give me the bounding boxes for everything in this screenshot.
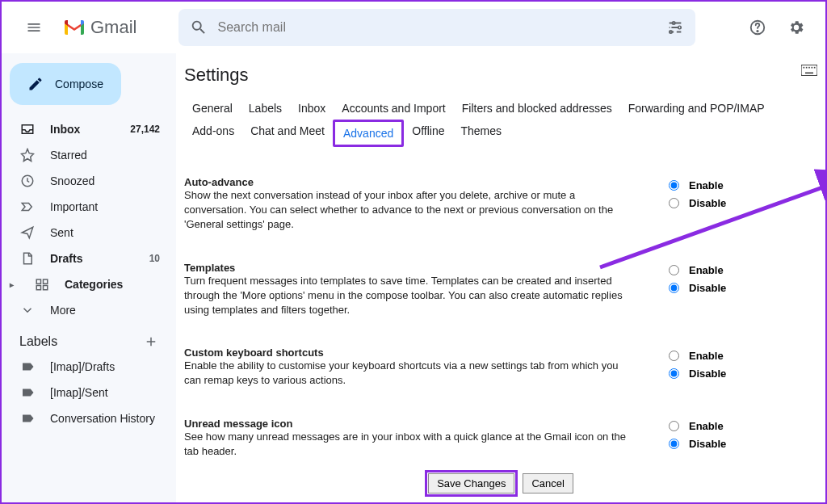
radio-enable[interactable]: Enable [669,346,774,364]
svg-rect-6 [36,279,40,284]
sidebar-item-important[interactable]: Important [2,194,170,220]
inbox-icon [20,122,35,136]
radio-input[interactable] [669,265,679,275]
sidebar-item-starred[interactable]: Starred [2,142,170,168]
sidebar-item-drafts[interactable]: Drafts 10 [2,246,170,271]
setting-desc: Show the next conversation instead of yo… [184,188,636,233]
button-row: Save Changes Cancel [184,467,817,502]
tab-accounts[interactable]: Accounts and Import [334,97,453,120]
label-conversation-history[interactable]: Conversation History [2,405,170,431]
radio-disable[interactable]: Disable [669,194,774,212]
sidebar: Compose Inbox 27,142 Starred Snoozed Imp… [2,53,176,502]
label-icon [20,411,35,426]
setting-desc: Turn frequent messages into templates to… [184,274,636,318]
search-bar[interactable] [178,9,695,46]
compose-button[interactable]: Compose [10,63,121,105]
settings-tabs: General Labels Inbox Accounts and Import… [176,97,825,155]
tab-themes[interactable]: Themes [453,120,510,147]
labels-title: Labels [19,334,57,349]
label-icon [20,359,35,374]
svg-rect-9 [44,286,48,290]
label-text: [Imap]/Sent [50,386,108,399]
sidebar-item-sent[interactable]: Sent [2,220,170,246]
tab-addons[interactable]: Add-ons [184,120,242,147]
tab-offline[interactable]: Offline [404,120,452,147]
radio-input[interactable] [669,180,679,191]
sidebar-item-categories[interactable]: ▸ Categories [2,271,170,297]
radio-enable[interactable]: Enable [669,176,774,194]
nav-label: Drafts [50,252,82,265]
categories-icon [35,277,49,292]
tab-advanced[interactable]: Advanced [333,120,404,147]
radio-input[interactable] [669,351,679,361]
radio-input[interactable] [669,368,679,379]
support-button[interactable] [741,11,774,44]
svg-point-1 [678,26,682,29]
radio-disable[interactable]: Disable [669,279,774,297]
search-icon [190,19,208,36]
label-text: [Imap]/Drafts [50,360,115,373]
svg-rect-11 [804,67,805,69]
setting-desc: See how many unread messages are in your… [184,430,636,459]
settings-button[interactable] [780,11,812,44]
radio-input[interactable] [669,198,679,208]
setting-unread-icon: Unread message icon See how many unread … [184,410,817,467]
tab-forwarding[interactable]: Forwarding and POP/IMAP [620,97,773,120]
svg-rect-13 [808,67,810,69]
tab-general[interactable]: General [184,97,241,120]
important-icon [20,200,35,214]
expand-arrow-icon: ▸ [10,280,19,289]
radio-disable[interactable]: Disable [669,435,774,453]
input-tools-icon[interactable] [801,65,817,76]
header: Gmail [2,2,825,53]
radio-input[interactable] [669,283,679,293]
add-label-icon[interactable] [144,334,158,349]
save-changes-button[interactable]: Save Changes [428,473,514,494]
chevron-down-icon [20,303,35,317]
setting-custom-shortcuts: Custom keyboard shortcuts Enable the abi… [184,338,817,409]
svg-rect-12 [806,67,808,69]
sidebar-item-more[interactable]: More [2,297,170,323]
setting-title: Unread message icon [184,418,636,430]
gmail-logo-icon [63,19,86,36]
nav-label: Important [50,200,98,213]
setting-templates: Templates Turn frequent messages into te… [184,254,817,339]
drafts-icon [20,251,35,266]
radio-enable[interactable]: Enable [669,418,774,435]
sidebar-item-inbox[interactable]: Inbox 27,142 [2,116,170,142]
search-input[interactable] [217,20,666,35]
label-imap-sent[interactable]: [Imap]/Sent [2,380,170,405]
tab-chat[interactable]: Chat and Meet [242,120,333,147]
nav-count: 27,142 [130,124,160,135]
tab-filters[interactable]: Filters and blocked addresses [454,97,620,120]
tab-inbox[interactable]: Inbox [290,97,334,120]
radio-input[interactable] [669,421,679,431]
cancel-button[interactable]: Cancel [523,473,573,494]
search-options-icon[interactable] [666,19,684,36]
nav-count: 10 [149,253,160,264]
nav-label: Categories [65,278,123,291]
radio-enable[interactable]: Enable [669,262,774,279]
header-actions [741,11,812,44]
nav-label: More [50,304,76,317]
radio-input[interactable] [669,439,679,449]
label-icon [20,385,35,400]
star-icon [20,148,35,162]
svg-point-4 [757,31,758,32]
radio-disable[interactable]: Disable [669,364,774,382]
help-icon [749,19,766,36]
settings-content: Settings General Labels Inbox Accounts a… [176,53,825,502]
label-imap-drafts[interactable]: [Imap]/Drafts [2,354,170,380]
setting-desc: Enable the ability to customise your key… [184,359,636,388]
tab-labels[interactable]: Labels [241,97,290,120]
app-name: Gmail [90,17,136,38]
nav-label: Inbox [50,123,80,136]
svg-rect-8 [36,286,40,290]
main-menu-button[interactable] [15,8,53,47]
setting-title: Auto-advance [184,176,636,188]
svg-rect-16 [805,73,813,74]
sent-icon [20,225,35,240]
compose-label: Compose [55,78,103,90]
gmail-logo[interactable]: Gmail [63,17,136,38]
sidebar-item-snoozed[interactable]: Snoozed [2,168,170,194]
